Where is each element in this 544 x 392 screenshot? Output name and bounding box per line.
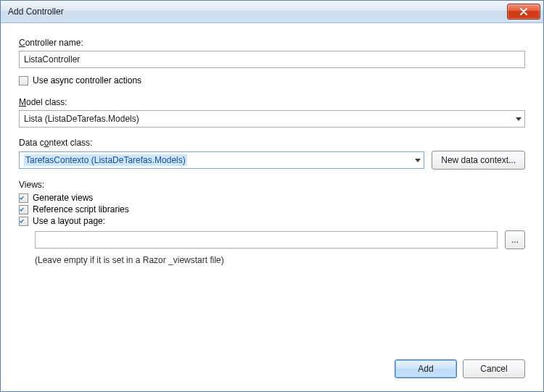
titlebar: Add Controller — [1, 1, 543, 23]
data-context-value: TarefasContexto (ListaDeTarefas.Models) — [24, 154, 187, 166]
layout-hint: (Leave empty if it is set in a Razor _vi… — [35, 255, 525, 265]
views-heading: Views: — [19, 180, 525, 190]
controller-name-label: Controller name: — [19, 38, 525, 48]
use-layout-row[interactable]: Use a layout page: — [19, 216, 525, 226]
generate-views-label: Generate views — [33, 193, 93, 203]
cancel-button[interactable]: Cancel — [463, 359, 525, 378]
use-layout-checkbox[interactable] — [19, 217, 28, 226]
reference-scripts-label: Reference script libraries — [33, 204, 129, 214]
model-class-dropdown[interactable]: Lista (ListaDeTarefas.Models) — [19, 110, 525, 128]
dialog-body: Controller name: Use async controller ac… — [1, 23, 543, 391]
add-button[interactable]: Add — [395, 359, 457, 378]
reference-scripts-checkbox[interactable] — [19, 205, 28, 214]
new-data-context-button[interactable]: New data context... — [432, 151, 525, 170]
close-icon — [520, 8, 527, 15]
model-class-label: Model class: — [19, 97, 525, 107]
browse-layout-button[interactable]: ... — [505, 230, 525, 249]
use-layout-label: Use a layout page: — [33, 216, 105, 226]
chevron-down-icon — [415, 159, 421, 162]
model-class-section: Model class: Lista (ListaDeTarefas.Model… — [19, 97, 525, 128]
data-context-dropdown[interactable]: TarefasContexto (ListaDeTarefas.Models) — [19, 151, 424, 169]
generate-views-row[interactable]: Generate views — [19, 193, 525, 203]
views-section: Views: Generate views Reference script l… — [19, 180, 525, 265]
generate-views-checkbox[interactable] — [19, 193, 28, 203]
async-section: Use async controller actions — [19, 74, 525, 87]
close-button[interactable] — [507, 4, 540, 20]
dialog-footer: Add Cancel — [19, 345, 525, 378]
reference-scripts-row[interactable]: Reference script libraries — [19, 204, 525, 214]
async-checkbox-label: Use async controller actions — [33, 75, 141, 86]
dialog-window: Add Controller Controller name: Use asyn… — [0, 0, 544, 392]
async-checkbox[interactable] — [19, 76, 28, 86]
data-context-label: Data context class: — [19, 138, 525, 148]
controller-name-section: Controller name: — [19, 38, 525, 68]
chevron-down-icon — [516, 117, 522, 121]
controller-name-input[interactable] — [19, 51, 525, 68]
async-checkbox-row[interactable]: Use async controller actions — [19, 75, 525, 86]
window-title: Add Controller — [8, 7, 507, 17]
layout-path-input[interactable] — [35, 231, 498, 249]
model-class-value: Lista (ListaDeTarefas.Models) — [24, 114, 139, 124]
data-context-section: Data context class: TarefasContexto (Lis… — [19, 138, 525, 170]
